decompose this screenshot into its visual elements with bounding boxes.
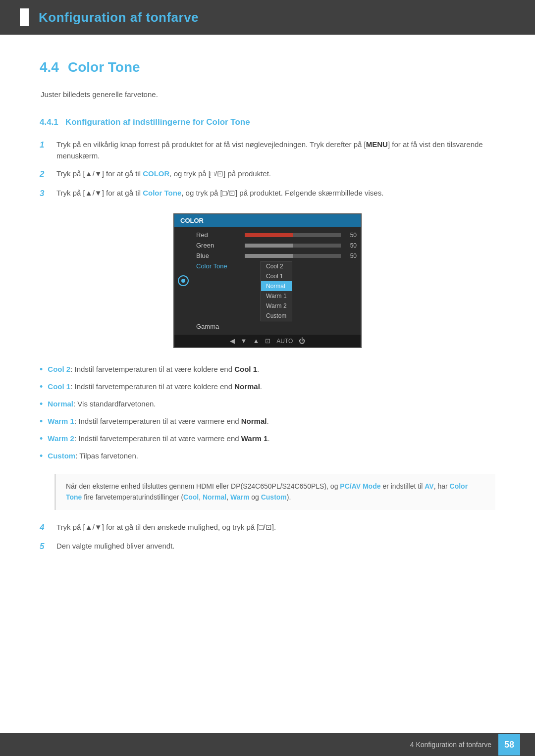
step-1: 1 Tryk på en vilkårlig knap forrest på p… xyxy=(40,139,495,161)
submenu-warm2: Warm 2 xyxy=(261,301,292,311)
bullet-text-3: Normal: Vis standardfarvetonen. xyxy=(48,399,156,410)
footer: 4 Konfiguration af tonfarve 58 xyxy=(0,733,535,756)
red-value: 50 xyxy=(345,232,357,239)
step-number-4: 4 xyxy=(40,521,54,534)
monitor-menu: Red 50 Green 50 xyxy=(174,227,361,335)
top-bar-accent xyxy=(20,8,29,26)
note-box: Når den eksterne enhed tilsluttes gennem… xyxy=(54,474,495,510)
subsection-number: 4.4.1 xyxy=(40,117,58,127)
monitor-submenu: Cool 2 Cool 1 Normal Warm 1 Warm 2 Custo… xyxy=(261,261,292,321)
step-number-2: 2 xyxy=(40,168,54,181)
monitor-container: COLOR Red 50 xyxy=(40,213,495,348)
blue-label: Blue xyxy=(196,252,241,259)
step-number-1: 1 xyxy=(40,139,54,151)
submenu-warm1: Warm 1 xyxy=(261,291,292,301)
top-bar: Konfiguration af tonfarve xyxy=(0,0,535,35)
bullet-custom: • Custom: Tilpas farvetonen. xyxy=(40,451,495,463)
monitor-screen: COLOR Red 50 xyxy=(173,213,362,348)
footer-page-number: 58 xyxy=(498,734,520,756)
bullet-text-2: Cool 1: Indstil farvetemperaturen til at… xyxy=(48,381,262,393)
bottom-icon-enter: ⊡ xyxy=(265,337,270,345)
green-value: 50 xyxy=(345,242,357,249)
submenu-custom: Custom xyxy=(261,311,292,321)
steps-list: 1 Tryk på en vilkårlig knap forrest på p… xyxy=(40,139,495,200)
section-heading: 4.4 Color Tone xyxy=(40,59,495,75)
blue-bar xyxy=(245,254,341,258)
bottom-icon-up: ▲ xyxy=(253,337,259,345)
monitor-items: Red 50 Green 50 xyxy=(192,227,361,335)
bullet-dot-3: • xyxy=(40,398,43,411)
monitor-item-gamma: Gamma xyxy=(192,321,361,332)
monitor-item-colortone: Color Tone xyxy=(192,261,257,271)
submenu-cool2: Cool 2 xyxy=(261,261,292,271)
monitor-icon xyxy=(177,275,189,287)
bullet-dot-1: • xyxy=(40,363,43,376)
bottom-icon-power: ⏻ xyxy=(299,337,305,345)
bullet-dot-6: • xyxy=(40,450,43,463)
bullet-text-5: Warm 2: Indstil farvetemperaturen til at… xyxy=(48,433,269,445)
step-2: 2 Tryk på [▲/▼] for at gå til COLOR, og … xyxy=(40,168,495,181)
steps-list-2: 4 Tryk på [▲/▼] for at gå til den ønsked… xyxy=(40,522,495,553)
step-4: 4 Tryk på [▲/▼] for at gå til den ønsked… xyxy=(40,522,495,534)
monitor-item-colortone-row: Color Tone Cool 2 Cool 1 Normal Warm 1 W… xyxy=(192,261,361,321)
bullet-dot-5: • xyxy=(40,432,43,446)
monitor-item-blue: Blue 50 xyxy=(192,251,361,261)
section-number: 4.4 xyxy=(40,59,59,75)
submenu-cool1: Cool 1 xyxy=(261,271,292,281)
monitor-item-green: Green 50 xyxy=(192,240,361,251)
red-bar xyxy=(245,233,341,237)
gamma-label: Gamma xyxy=(196,323,241,330)
step-number-5: 5 xyxy=(40,540,54,553)
bottom-icon-left: ◀ xyxy=(230,337,235,345)
section-title: Color Tone xyxy=(68,59,140,75)
bullet-dot-4: • xyxy=(40,415,43,428)
bullet-warm2: • Warm 2: Indstil farvetemperaturen til … xyxy=(40,433,495,446)
step-text-2: Tryk på [▲/▼] for at gå til COLOR, og tr… xyxy=(56,168,495,180)
step-text-3: Tryk på [▲/▼] for at gå til Color Tone, … xyxy=(56,188,495,199)
bullet-text-1: Cool 2: Indstil farvetemperaturen til at… xyxy=(48,364,259,375)
footer-text: 4 Konfiguration af tonfarve xyxy=(410,741,491,749)
bullet-text-4: Warm 1: Indstil farvetemperaturen til at… xyxy=(48,416,268,427)
bottom-icon-auto: AUTO xyxy=(276,338,293,345)
step-5: 5 Den valgte mulighed bliver anvendt. xyxy=(40,541,495,553)
bullet-dot-2: • xyxy=(40,380,43,394)
subsection-title: Konfiguration af indstillingerne for Col… xyxy=(65,117,250,127)
bottom-icon-down: ▼ xyxy=(241,337,247,345)
bullet-list: • Cool 2: Indstil farvetemperaturen til … xyxy=(40,364,495,463)
monitor-item-red: Red 50 xyxy=(192,230,361,240)
green-bar xyxy=(245,244,341,248)
step-text-5: Den valgte mulighed bliver anvendt. xyxy=(56,541,495,552)
step-number-3: 3 xyxy=(40,187,54,200)
colortone-label: Color Tone xyxy=(196,262,241,270)
bullet-normal: • Normal: Vis standardfarvetonen. xyxy=(40,399,495,411)
submenu-normal: Normal xyxy=(261,281,292,291)
monitor-bottom-bar: ◀ ▼ ▲ ⊡ AUTO ⏻ xyxy=(174,335,361,347)
page-title: Konfiguration af tonfarve xyxy=(39,10,199,25)
bullet-cool2: • Cool 2: Indstil farvetemperaturen til … xyxy=(40,364,495,376)
monitor-left-icon xyxy=(174,227,192,335)
intro-text: Juster billedets generelle farvetone. xyxy=(41,90,495,99)
green-label: Green xyxy=(196,242,241,249)
monitor-header: COLOR xyxy=(174,214,361,227)
main-content: 4.4 Color Tone Juster billedets generell… xyxy=(0,35,535,606)
note-text: Når den eksterne enhed tilsluttes gennem… xyxy=(66,482,468,501)
bullet-cool1: • Cool 1: Indstil farvetemperaturen til … xyxy=(40,381,495,394)
step-text-4: Tryk på [▲/▼] for at gå til den ønskede … xyxy=(56,522,495,533)
step-text-1: Tryk på en vilkårlig knap forrest på pro… xyxy=(56,139,495,161)
svg-point-1 xyxy=(181,279,185,283)
blue-value: 50 xyxy=(345,252,357,259)
subsection-heading: 4.4.1 Konfiguration af indstillingerne f… xyxy=(40,117,495,127)
step-3: 3 Tryk på [▲/▼] for at gå til Color Tone… xyxy=(40,188,495,200)
red-label: Red xyxy=(196,231,241,239)
bullet-warm1: • Warm 1: Indstil farvetemperaturen til … xyxy=(40,416,495,428)
bullet-text-6: Custom: Tilpas farvetonen. xyxy=(48,451,138,462)
